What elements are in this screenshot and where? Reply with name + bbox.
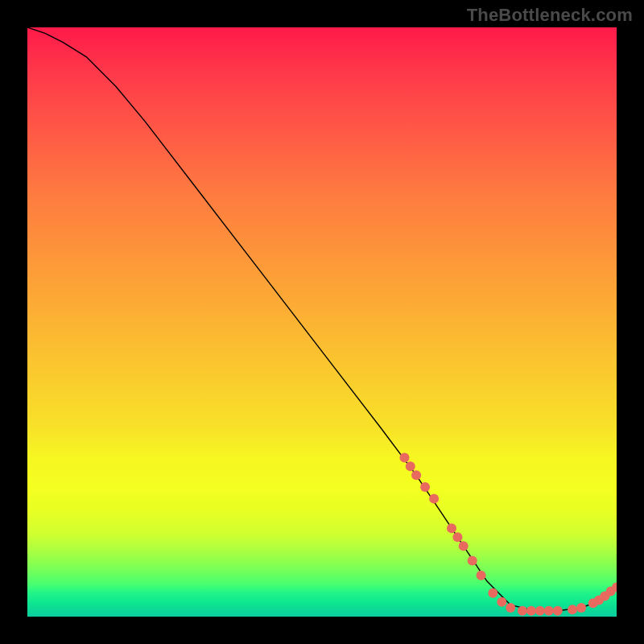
chart-marker bbox=[459, 541, 469, 551]
chart-marker bbox=[468, 556, 477, 566]
stage: TheBottleneck.com bbox=[0, 0, 644, 644]
chart-svg bbox=[27, 27, 617, 617]
chart-marker bbox=[420, 482, 430, 492]
watermark-text: TheBottleneck.com bbox=[467, 5, 633, 26]
chart-marker bbox=[447, 523, 456, 533]
chart-marker bbox=[452, 532, 462, 542]
chart-marker bbox=[429, 494, 439, 504]
chart-marker bbox=[400, 452, 410, 462]
chart-markers bbox=[400, 452, 617, 615]
chart-marker bbox=[506, 603, 515, 613]
chart-marker bbox=[518, 606, 527, 616]
chart-marker bbox=[526, 606, 536, 616]
chart-marker bbox=[411, 470, 421, 480]
chart-marker bbox=[553, 606, 563, 616]
chart-marker bbox=[576, 603, 586, 613]
chart-marker bbox=[568, 605, 577, 614]
chart-line bbox=[27, 27, 617, 611]
chart-marker bbox=[488, 588, 497, 598]
chart-marker bbox=[535, 606, 545, 616]
chart-marker bbox=[406, 461, 415, 471]
chart-marker bbox=[497, 597, 506, 607]
chart-plot-area bbox=[27, 27, 617, 617]
chart-marker bbox=[477, 571, 486, 580]
chart-marker bbox=[544, 606, 554, 616]
